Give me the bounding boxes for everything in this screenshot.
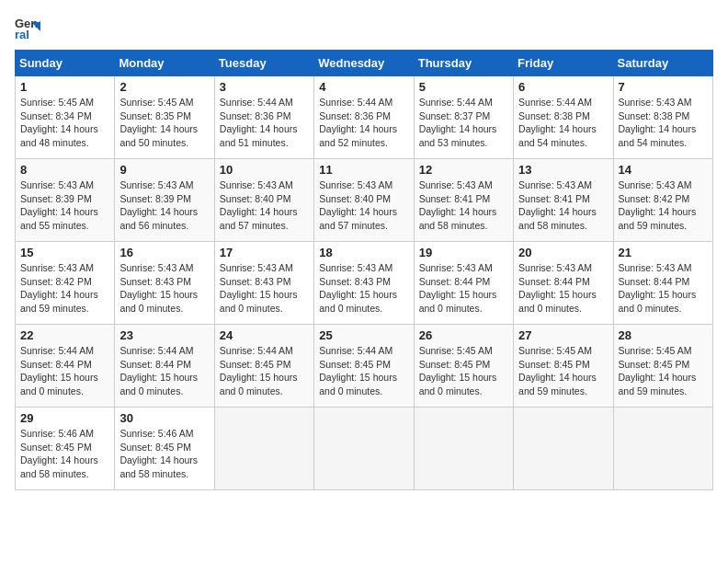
column-header-monday: Monday: [115, 51, 214, 76]
calendar-cell: 22 Sunrise: 5:44 AM Sunset: 8:44 PM Dayl…: [16, 325, 115, 408]
day-info: Sunrise: 5:43 AM Sunset: 8:42 PM Dayligh…: [20, 261, 109, 316]
day-number: 20: [518, 246, 608, 259]
day-number: 3: [220, 80, 309, 94]
calendar-cell: 19 Sunrise: 5:43 AM Sunset: 8:44 PM Dayl…: [414, 242, 513, 325]
day-info: Sunrise: 5:45 AM Sunset: 8:35 PM Dayligh…: [119, 96, 209, 150]
calendar-cell: [314, 408, 414, 490]
logo: Gene ral: [15, 15, 44, 40]
day-number: 29: [20, 411, 109, 425]
calendar-cell: 15 Sunrise: 5:43 AM Sunset: 8:42 PM Dayl…: [16, 242, 115, 325]
header: Gene ral: [15, 15, 713, 40]
day-number: 23: [119, 328, 209, 342]
calendar-cell: 24 Sunrise: 5:44 AM Sunset: 8:45 PM Dayl…: [214, 325, 313, 408]
day-info: Sunrise: 5:43 AM Sunset: 8:41 PM Dayligh…: [419, 178, 508, 233]
day-number: 10: [220, 163, 309, 177]
svg-text:ral: ral: [15, 28, 29, 40]
calendar-table: SundayMondayTuesdayWednesdayThursdayFrid…: [15, 50, 713, 490]
day-number: 13: [518, 163, 608, 177]
calendar-week-3: 15 Sunrise: 5:43 AM Sunset: 8:42 PM Dayl…: [16, 242, 713, 325]
calendar-header-row: SundayMondayTuesdayWednesdayThursdayFrid…: [16, 51, 713, 76]
day-number: 18: [319, 246, 408, 259]
day-info: Sunrise: 5:43 AM Sunset: 8:43 PM Dayligh…: [220, 261, 309, 316]
calendar-cell: [414, 408, 513, 490]
day-info: Sunrise: 5:44 AM Sunset: 8:38 PM Dayligh…: [518, 96, 608, 150]
calendar-cell: 25 Sunrise: 5:44 AM Sunset: 8:45 PM Dayl…: [314, 325, 414, 408]
calendar-cell: 3 Sunrise: 5:44 AM Sunset: 8:36 PM Dayli…: [214, 76, 313, 159]
day-number: 9: [119, 163, 209, 177]
day-info: Sunrise: 5:44 AM Sunset: 8:44 PM Dayligh…: [119, 344, 209, 398]
column-header-thursday: Thursday: [414, 51, 513, 76]
day-number: 5: [419, 80, 508, 94]
calendar-cell: [613, 408, 712, 490]
calendar-cell: 11 Sunrise: 5:43 AM Sunset: 8:40 PM Dayl…: [314, 159, 414, 242]
calendar-cell: 20 Sunrise: 5:43 AM Sunset: 8:44 PM Dayl…: [514, 242, 613, 325]
day-info: Sunrise: 5:43 AM Sunset: 8:42 PM Dayligh…: [619, 178, 708, 233]
day-number: 28: [619, 328, 708, 342]
calendar-cell: 7 Sunrise: 5:43 AM Sunset: 8:38 PM Dayli…: [613, 76, 712, 159]
day-info: Sunrise: 5:43 AM Sunset: 8:41 PM Dayligh…: [518, 178, 608, 233]
day-info: Sunrise: 5:43 AM Sunset: 8:44 PM Dayligh…: [518, 261, 608, 316]
day-number: 15: [20, 246, 109, 259]
calendar-cell: 9 Sunrise: 5:43 AM Sunset: 8:39 PM Dayli…: [115, 159, 214, 242]
calendar-week-2: 8 Sunrise: 5:43 AM Sunset: 8:39 PM Dayli…: [16, 159, 713, 242]
calendar-cell: 30 Sunrise: 5:46 AM Sunset: 8:45 PM Dayl…: [115, 408, 214, 490]
day-number: 25: [319, 328, 408, 342]
day-info: Sunrise: 5:43 AM Sunset: 8:39 PM Dayligh…: [119, 178, 209, 233]
day-info: Sunrise: 5:45 AM Sunset: 8:45 PM Dayligh…: [419, 344, 508, 398]
calendar-cell: 8 Sunrise: 5:43 AM Sunset: 8:39 PM Dayli…: [16, 159, 115, 242]
day-number: 26: [419, 328, 508, 342]
calendar-week-1: 1 Sunrise: 5:45 AM Sunset: 8:34 PM Dayli…: [16, 76, 713, 159]
day-number: 27: [518, 328, 608, 342]
day-number: 11: [319, 163, 408, 177]
calendar-cell: [214, 408, 313, 490]
day-info: Sunrise: 5:43 AM Sunset: 8:38 PM Dayligh…: [619, 96, 708, 150]
day-number: 22: [20, 328, 109, 342]
day-info: Sunrise: 5:45 AM Sunset: 8:34 PM Dayligh…: [20, 96, 109, 150]
day-number: 2: [119, 80, 209, 94]
calendar-cell: 28 Sunrise: 5:45 AM Sunset: 8:45 PM Dayl…: [613, 325, 712, 408]
calendar-cell: 18 Sunrise: 5:43 AM Sunset: 8:43 PM Dayl…: [314, 242, 414, 325]
calendar-cell: 23 Sunrise: 5:44 AM Sunset: 8:44 PM Dayl…: [115, 325, 214, 408]
day-number: 24: [220, 328, 309, 342]
day-number: 21: [619, 246, 708, 259]
calendar-cell: 13 Sunrise: 5:43 AM Sunset: 8:41 PM Dayl…: [514, 159, 613, 242]
day-info: Sunrise: 5:45 AM Sunset: 8:45 PM Dayligh…: [518, 344, 608, 398]
calendar-cell: 4 Sunrise: 5:44 AM Sunset: 8:36 PM Dayli…: [314, 76, 414, 159]
day-info: Sunrise: 5:46 AM Sunset: 8:45 PM Dayligh…: [20, 427, 109, 481]
calendar-cell: 14 Sunrise: 5:43 AM Sunset: 8:42 PM Dayl…: [613, 159, 712, 242]
calendar-week-4: 22 Sunrise: 5:44 AM Sunset: 8:44 PM Dayl…: [16, 325, 713, 408]
day-number: 12: [419, 163, 508, 177]
day-number: 16: [119, 246, 209, 259]
day-number: 8: [20, 163, 109, 177]
calendar-cell: 1 Sunrise: 5:45 AM Sunset: 8:34 PM Dayli…: [16, 76, 115, 159]
day-number: 17: [220, 246, 309, 259]
calendar-cell: [514, 408, 613, 490]
column-header-saturday: Saturday: [613, 51, 712, 76]
day-info: Sunrise: 5:43 AM Sunset: 8:40 PM Dayligh…: [220, 178, 309, 233]
day-number: 30: [119, 411, 209, 425]
logo-icon: Gene ral: [15, 15, 40, 40]
calendar-cell: 29 Sunrise: 5:46 AM Sunset: 8:45 PM Dayl…: [16, 408, 115, 490]
day-info: Sunrise: 5:44 AM Sunset: 8:37 PM Dayligh…: [419, 96, 508, 150]
day-info: Sunrise: 5:43 AM Sunset: 8:40 PM Dayligh…: [319, 178, 408, 233]
column-header-friday: Friday: [514, 51, 613, 76]
day-info: Sunrise: 5:43 AM Sunset: 8:43 PM Dayligh…: [319, 261, 408, 316]
day-number: 6: [518, 80, 608, 94]
day-number: 14: [619, 163, 708, 177]
day-info: Sunrise: 5:43 AM Sunset: 8:44 PM Dayligh…: [419, 261, 508, 316]
day-info: Sunrise: 5:43 AM Sunset: 8:44 PM Dayligh…: [619, 261, 708, 316]
day-number: 1: [20, 80, 109, 94]
calendar-cell: 12 Sunrise: 5:43 AM Sunset: 8:41 PM Dayl…: [414, 159, 513, 242]
calendar-cell: 17 Sunrise: 5:43 AM Sunset: 8:43 PM Dayl…: [214, 242, 313, 325]
column-header-wednesday: Wednesday: [314, 51, 414, 76]
day-number: 7: [619, 80, 708, 94]
column-header-sunday: Sunday: [16, 51, 115, 76]
calendar-week-5: 29 Sunrise: 5:46 AM Sunset: 8:45 PM Dayl…: [16, 408, 713, 490]
calendar-cell: 10 Sunrise: 5:43 AM Sunset: 8:40 PM Dayl…: [214, 159, 313, 242]
calendar-cell: 21 Sunrise: 5:43 AM Sunset: 8:44 PM Dayl…: [613, 242, 712, 325]
day-info: Sunrise: 5:43 AM Sunset: 8:39 PM Dayligh…: [20, 178, 109, 233]
calendar-cell: 27 Sunrise: 5:45 AM Sunset: 8:45 PM Dayl…: [514, 325, 613, 408]
day-info: Sunrise: 5:44 AM Sunset: 8:45 PM Dayligh…: [220, 344, 309, 398]
day-info: Sunrise: 5:44 AM Sunset: 8:36 PM Dayligh…: [319, 96, 408, 150]
calendar-cell: 6 Sunrise: 5:44 AM Sunset: 8:38 PM Dayli…: [514, 76, 613, 159]
